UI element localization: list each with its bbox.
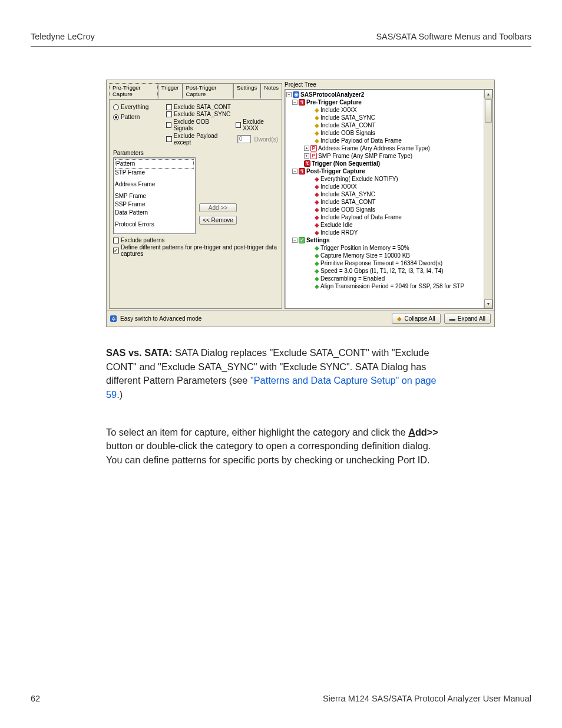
frame-icon: P [310, 153, 317, 159]
tab-notes[interactable]: Notes [260, 83, 282, 98]
scroll-down-icon[interactable]: ▼ [484, 299, 492, 308]
tab-settings[interactable]: Settings [233, 83, 260, 98]
capture-icon: ↯ [299, 99, 305, 106]
tree-item[interactable]: Address Frame (Any Address Frame Type) [318, 144, 430, 152]
para2-b: button or double-click the category to o… [106, 440, 431, 465]
chk-excl-payload[interactable] [166, 136, 172, 142]
tree-item[interactable]: Include OOB Signals [320, 206, 375, 213]
tree-item[interactable]: Include XXXX [320, 183, 357, 190]
lead-bold: SAS vs. SATA: [106, 347, 172, 358]
tree-item[interactable]: Include OOB Signals [320, 129, 375, 137]
tree-item[interactable]: Speed = 3.0 Gbps (I1, T1, I2, T2, I3, T3… [320, 267, 444, 275]
pin-icon: ◆ [315, 137, 319, 144]
remove-button[interactable]: << Remove [199, 216, 237, 225]
radio-pattern-label: Pattern [121, 114, 140, 120]
list-item[interactable]: Pattern [115, 159, 194, 169]
pin-icon: ◆ [315, 275, 319, 282]
frame-icon: P [310, 145, 317, 151]
tree-item[interactable]: Include RRDY [320, 229, 358, 236]
tree-item[interactable]: Include Payload of Data Frame [320, 137, 402, 144]
header-right: SAS/SATA Software Menus and Toolbars [376, 32, 531, 41]
capture-icon: ↯ [299, 168, 305, 174]
chk-excl-xxxx[interactable] [236, 122, 241, 128]
tree-item[interactable]: Align Transmission Period = 2049 for SSP… [320, 282, 464, 290]
collapse-all-button[interactable]: ◆Collapse All [392, 314, 440, 324]
pin-icon: ◆ [315, 190, 319, 198]
tree-item[interactable]: Exclude Idle [320, 221, 352, 229]
list-item[interactable]: SSP Frame [115, 200, 194, 209]
dword-label: Dword(s) [254, 136, 278, 143]
collapse-icon: ◆ [397, 315, 402, 322]
expander-icon[interactable]: − [292, 169, 297, 174]
tree-item[interactable]: Include Payload of Data Frame [320, 213, 402, 221]
expander-icon[interactable]: − [286, 92, 292, 97]
scroll-up-icon[interactable]: ▲ [484, 90, 492, 98]
pin-icon: ◆ [315, 183, 319, 190]
list-item[interactable]: SMP Frame [115, 192, 194, 200]
pin-icon: ◆ [315, 259, 319, 267]
settings-icon: ✓ [299, 237, 305, 243]
collapse-all-label: Collapse All [404, 315, 435, 322]
list-item[interactable]: Data Pattern [115, 209, 194, 217]
tree-item[interactable]: Include SATA_SYNC [320, 114, 375, 121]
tree-item[interactable]: Include SATA_SYNC [320, 190, 375, 198]
gear-icon: ✲ [110, 315, 117, 322]
pin-icon: ◆ [315, 114, 319, 121]
chk-define-different[interactable] [113, 248, 119, 253]
tree-item[interactable]: Descrambling = Enabled [320, 275, 385, 282]
pin-icon: ◆ [315, 121, 319, 129]
parameters-listbox[interactable]: Pattern STP Frame Address Frame SMP Fram… [113, 157, 196, 234]
tab-post-trigger[interactable]: Post-Trigger Capture [183, 83, 233, 98]
para2-a: To select an item for capture, either hi… [106, 427, 408, 437]
chk-excl-sata-cont[interactable] [166, 104, 172, 110]
pin-icon: ◆ [315, 267, 319, 275]
tree-item[interactable]: Include XXXX [320, 106, 357, 114]
add-button[interactable]: Add >> [199, 203, 237, 212]
tree-item[interactable]: Include SATA_CONT [320, 121, 376, 129]
tree-item[interactable]: SMP Frame (Any SMP Frame Type) [318, 152, 412, 160]
excl-payload-input[interactable]: 0 [237, 135, 252, 143]
tab-pre-trigger[interactable]: Pre-Trigger Capture [109, 83, 158, 98]
pin-icon: ◆ [315, 175, 319, 183]
tab-trigger[interactable]: Trigger [158, 83, 183, 98]
paragraph-sas-vs-sata: SAS vs. SATA: SATA Dialog replaces "Excl… [106, 346, 443, 402]
expander-icon[interactable]: − [292, 238, 297, 243]
tree-item[interactable]: Trigger Position in Memory = 50% [320, 244, 409, 252]
tree-item[interactable]: Include SATA_CONT [320, 198, 376, 206]
dialog-screenshot: Pre-Trigger Capture Trigger Post-Trigger… [106, 80, 495, 327]
scrollbar-vertical[interactable]: ▲ ▼ [484, 90, 492, 308]
expand-all-button[interactable]: ▬Expand All [444, 314, 491, 324]
radio-pattern[interactable] [113, 114, 119, 120]
paragraph-select-item: To select an item for capture, either hi… [106, 426, 443, 467]
chk-excl-sata-sync-label: Exclude SATA_SYNC [174, 111, 230, 117]
list-item[interactable]: Address Frame [115, 180, 194, 189]
expander-icon[interactable]: − [292, 100, 297, 105]
expander-icon[interactable]: + [304, 153, 309, 159]
project-tree-label: Project Tree [285, 81, 493, 88]
pin-icon: ◆ [315, 252, 319, 259]
chk-excl-oob-label: Exclude OOB Signals [173, 118, 225, 131]
chk-excl-xxxx-label: Exclude XXXX [243, 118, 278, 131]
manual-title: Sierra M124 SAS/SATA Protocol Analyzer U… [323, 694, 531, 703]
pin-icon: ◆ [315, 229, 319, 236]
radio-everything[interactable] [113, 104, 119, 110]
expander-icon[interactable]: + [304, 146, 309, 151]
tree-item[interactable]: Everything( Exclude NOTIFY) [320, 175, 398, 183]
list-item[interactable]: STP Frame [115, 169, 194, 177]
project-tree[interactable]: −◉SASProtocolAnalyzer2 −↯Pre-Trigger Cap… [285, 89, 493, 309]
chk-exclude-patterns[interactable] [113, 238, 119, 243]
tree-item[interactable]: Primitive Response Timeout = 16384 Dword… [320, 259, 442, 267]
chk-excl-oob[interactable] [166, 122, 171, 128]
chk-excl-sata-sync[interactable] [166, 111, 172, 117]
easy-switch-link[interactable]: Easy switch to Advanced mode [120, 315, 201, 322]
scroll-thumb[interactable] [485, 99, 492, 123]
tree-item[interactable]: Capture Memory Size = 10000 KB [320, 252, 410, 259]
tree-trigger: Trigger (Non Sequential) [312, 160, 380, 167]
list-item[interactable]: Protocol Errors [115, 220, 194, 229]
analyzer-icon: ◉ [293, 91, 299, 98]
pin-icon: ◆ [315, 206, 319, 213]
tree-post-trigger: Post-Trigger Capture [306, 167, 365, 175]
add-rest: dd>> [415, 427, 438, 437]
tree-pre-trigger: Pre-Trigger Capture [306, 98, 362, 106]
expand-icon: ▬ [449, 315, 455, 322]
